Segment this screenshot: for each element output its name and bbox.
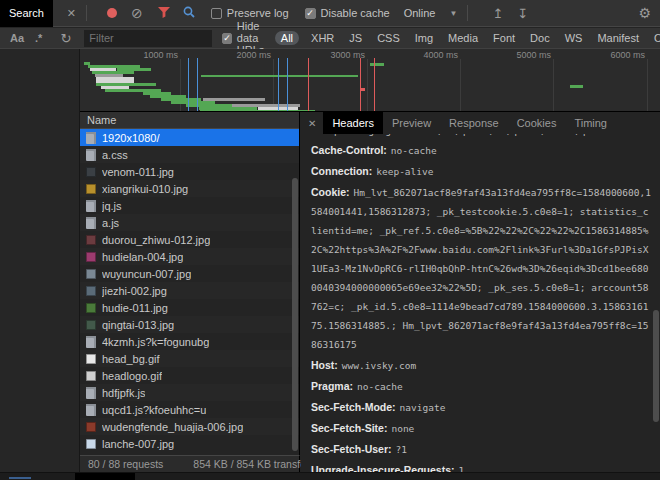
- requests-scrollbar[interactable]: [292, 178, 298, 451]
- network-main-toolbar: Search ✕ ⊘ Preserve log ✓ Disable cache …: [0, 0, 660, 27]
- file-icon: [86, 149, 96, 161]
- filter-funnel-icon[interactable]: [158, 7, 170, 20]
- bottom-black-segment: [75, 473, 135, 480]
- request-row[interactable]: head_bg.gif: [80, 350, 299, 367]
- regex-icon[interactable]: .*: [35, 32, 42, 44]
- waterfall-bar: [570, 85, 583, 88]
- throttling-dropdown[interactable]: Online ▼: [404, 7, 458, 19]
- throttling-value: Online: [404, 7, 436, 19]
- gear-icon[interactable]: ⚙: [638, 6, 651, 20]
- request-row[interactable]: wuyuncun-007.jpg: [80, 265, 299, 282]
- refresh-icon[interactable]: ↻: [60, 32, 71, 45]
- domcontentloaded-line: [278, 58, 279, 112]
- match-case-icon[interactable]: Aa: [10, 32, 24, 44]
- file-icon: [86, 200, 96, 212]
- toolbar-divider: [467, 5, 468, 21]
- filter-img[interactable]: Img: [412, 31, 436, 45]
- details-scrollbar[interactable]: [653, 310, 659, 422]
- filter-xhr[interactable]: XHR: [308, 31, 337, 45]
- header-entry: Sec-Fetch-Mode:navigate: [311, 398, 652, 417]
- preserve-log-toggle[interactable]: Preserve log: [211, 7, 289, 19]
- filter-media[interactable]: Media: [445, 31, 481, 45]
- filter-ws[interactable]: WS: [562, 31, 586, 45]
- request-row[interactable]: a.css: [80, 146, 299, 163]
- clear-network-log-icon[interactable]: ⊘: [131, 6, 143, 20]
- filter-css[interactable]: CSS: [374, 31, 403, 45]
- file-icon: [86, 320, 96, 330]
- tab-timing[interactable]: Timing: [565, 112, 616, 134]
- tab-response[interactable]: Response: [440, 112, 508, 134]
- waterfall-bar: [370, 63, 384, 66]
- request-row[interactable]: qingtai-013.jpg: [80, 316, 299, 333]
- preserve-log-checkbox[interactable]: [211, 8, 222, 19]
- filter-input[interactable]: [84, 30, 212, 47]
- request-row[interactable]: 1920x1080/: [80, 129, 299, 146]
- filter-manifest[interactable]: Manifest: [594, 31, 642, 45]
- timeline-gridline: [553, 59, 554, 111]
- details-tab-bar: ✕ Headers Preview Response Cookies Timin…: [301, 112, 660, 134]
- requests-count: 80 / 88 requests: [80, 458, 171, 470]
- request-row[interactable]: hdfjpfk.js: [80, 384, 299, 401]
- close-search-icon[interactable]: ✕: [67, 7, 76, 20]
- tab-preview[interactable]: Preview: [383, 112, 440, 134]
- request-row[interactable]: venom-011.jpg: [80, 163, 299, 180]
- resource-type-filters: All XHR JS CSS Img Media Font Doc WS Man…: [275, 31, 660, 45]
- file-icon: [86, 387, 96, 399]
- import-har-icon[interactable]: ↥: [492, 7, 503, 20]
- search-icon[interactable]: [183, 6, 195, 20]
- request-details-panel: ✕ Headers Preview Response Cookies Timin…: [301, 112, 660, 472]
- filter-other[interactable]: Other: [651, 31, 660, 45]
- disable-cache-checkbox[interactable]: ✓: [305, 8, 316, 19]
- file-icon: [86, 217, 96, 229]
- file-icon: [86, 354, 96, 364]
- request-row[interactable]: jq.js: [80, 197, 299, 214]
- request-row[interactable]: a.js: [80, 214, 299, 231]
- window-bottom-edge: [0, 472, 660, 480]
- timeline-tick: 6000 ms: [585, 50, 645, 60]
- filter-font[interactable]: Font: [490, 31, 518, 45]
- header-entry: Connection:keep-alive: [311, 162, 652, 181]
- domcontentloaded-line: [188, 58, 189, 112]
- file-icon: [86, 184, 96, 194]
- domcontentloaded-line: [197, 58, 198, 112]
- chevron-down-icon: ▼: [449, 9, 457, 18]
- load-event-line: [374, 58, 375, 112]
- headers-content: Accept-Language: zh-CN,zh;q=0.9,en;q=0.8…: [301, 134, 652, 472]
- search-drawer-tab[interactable]: Search: [0, 0, 53, 27]
- request-row[interactable]: lanche-007.jpg: [80, 435, 299, 452]
- disable-cache-toggle[interactable]: ✓ Disable cache: [305, 7, 390, 19]
- request-row[interactable]: uqcd1.js?kfoeuhhc=u: [80, 401, 299, 418]
- network-status-bar: 80 / 88 requests 854 KB / 854 KB transfe…: [80, 455, 300, 472]
- close-details-icon[interactable]: ✕: [301, 118, 323, 129]
- request-row[interactable]: duorou_zhiwu-012.jpg: [80, 231, 299, 248]
- tab-cookies[interactable]: Cookies: [508, 112, 566, 134]
- timeline-tick: 3000 ms: [305, 50, 365, 60]
- filter-all[interactable]: All: [275, 31, 299, 45]
- domcontentloaded-line: [287, 58, 288, 112]
- timeline-tick: 4000 ms: [398, 50, 458, 60]
- request-row[interactable]: 4kzmh.js?k=fogunubg: [80, 333, 299, 350]
- header-entry: Cookie:Hm_lvt_862071acf8e9faf43a13fd4ea7…: [311, 183, 652, 354]
- request-row[interactable]: headlogo.gif: [80, 367, 299, 384]
- export-har-icon[interactable]: ↧: [517, 7, 528, 20]
- load-event-line: [360, 58, 361, 112]
- file-icon: [86, 371, 96, 381]
- hide-data-urls-checkbox[interactable]: ✓: [222, 33, 232, 44]
- request-row[interactable]: xiangrikui-010.jpg: [80, 180, 299, 197]
- request-row[interactable]: wudengfende_huajia-006.jpg: [80, 418, 299, 435]
- network-overview-timeline[interactable]: 1000 ms 2000 ms 3000 ms 4000 ms 5000 ms …: [80, 49, 660, 112]
- timeline-gridline: [367, 59, 368, 111]
- disable-cache-label: Disable cache: [321, 7, 390, 19]
- filter-doc[interactable]: Doc: [527, 31, 553, 45]
- search-tab-label: Search: [9, 7, 44, 19]
- tab-headers[interactable]: Headers: [323, 112, 383, 134]
- timeline-tick: 2000 ms: [211, 50, 271, 60]
- name-column-header[interactable]: Name: [80, 112, 299, 129]
- request-row[interactable]: hudielan-004.jpg: [80, 248, 299, 265]
- request-row[interactable]: hudie-011.jpg: [80, 299, 299, 316]
- header-entry: Upgrade-Insecure-Requests:1: [311, 461, 652, 472]
- record-icon[interactable]: [107, 8, 117, 18]
- file-icon: [86, 336, 96, 348]
- request-row[interactable]: jiezhi-002.jpg: [80, 282, 299, 299]
- filter-js[interactable]: JS: [346, 31, 365, 45]
